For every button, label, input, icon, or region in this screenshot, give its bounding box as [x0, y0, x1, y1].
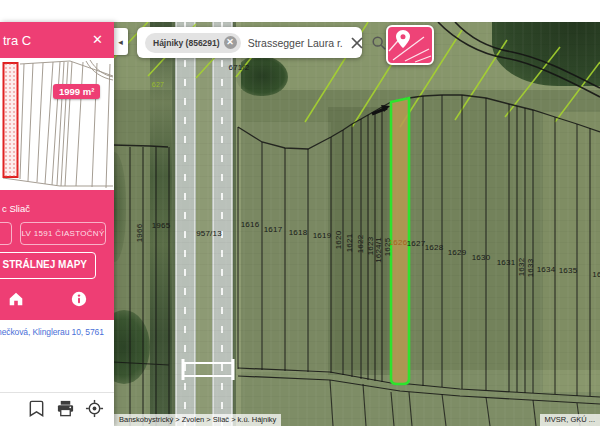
parcel-label-1632: 1632 [517, 258, 526, 277]
panel-title: tra C [3, 33, 31, 48]
parcel-label-1634: 1634 [537, 265, 556, 274]
parcel-label-1621: 1621 [345, 234, 354, 253]
search-bar[interactable]: Hájniky (856291) ✕ Strassegger Laura r. [137, 27, 362, 58]
parcel-label-627: 627 [152, 81, 164, 88]
parcel-label-1630: 1630 [472, 253, 491, 262]
parcel-label-1635: 1635 [559, 266, 578, 275]
map-attribution: MVSR, GKÚ ... [540, 414, 600, 426]
lv-partial-button[interactable]: LV 1591 ČIASTOČNÝ [20, 222, 106, 245]
parcel-label-671-2: 671/2 [228, 63, 249, 72]
parcel-label-1626: 1626 [389, 238, 408, 247]
owner-link[interactable]: nečková, Klinglerau 10, 5761 [0, 327, 114, 337]
close-icon[interactable]: ✕ [92, 32, 103, 47]
show-on-map-button[interactable] [386, 25, 434, 65]
parcel-label-1628: 1628 [425, 243, 444, 252]
parcel-label-16: 16 [592, 270, 600, 279]
cadastral-map-button[interactable]: STRÁLNEJ MAPY [0, 252, 96, 279]
clear-search-icon[interactable] [349, 35, 365, 51]
parcel-label-1965: 1965 [152, 221, 171, 230]
lv-button-truncated[interactable] [0, 222, 12, 245]
search-chip: Hájniky (856291) ✕ [145, 33, 241, 53]
print-icon[interactable] [56, 399, 75, 418]
parcel-label-1627: 1627 [407, 239, 426, 248]
parcel-label-1966: 1966 [135, 224, 144, 243]
chip-remove-icon[interactable]: ✕ [224, 36, 237, 49]
top-strip [0, 0, 600, 22]
bookmark-icon[interactable] [27, 399, 46, 418]
breadcrumb[interactable]: Banskobystrický > Zvolen > Sliač > k.ú. … [114, 414, 281, 426]
parcel-label-1620: 1620 [334, 231, 343, 250]
detail-panel: tra C ✕ [0, 22, 114, 426]
map-arrow-symbol [372, 105, 390, 114]
parcel-label-957-13: 957/13 [196, 229, 222, 238]
parcel-info-section: c Sliač LV 1591 ČIASTOČNÝ STRÁLNEJ MAPY [0, 190, 114, 320]
parcel-label-1616: 1616 [241, 220, 260, 229]
panel-divider [0, 392, 114, 393]
home-icon[interactable] [7, 290, 25, 308]
map-pin-icon [388, 27, 432, 63]
search-chip-label: Hájniky (856291) [153, 38, 220, 48]
info-icon[interactable] [70, 290, 88, 308]
app-window: 671/262719661965957/13161616171618161916… [0, 0, 600, 426]
parcel-preview-map: 1999 m² [0, 58, 113, 190]
parcel-label-1633: 1633 [526, 259, 535, 278]
search-query-input[interactable]: Strassegger Laura r. [248, 37, 343, 49]
municipality-label: c Sliač [2, 203, 30, 214]
search-icon[interactable] [371, 35, 387, 51]
parcel-label-1624-1: 1624/1 [374, 237, 383, 263]
panel-icon-row [0, 286, 114, 312]
parcel-label-1629: 1629 [448, 248, 467, 257]
locate-icon[interactable] [85, 399, 104, 418]
parcel-label-1631: 1631 [497, 258, 516, 267]
panel-footer [0, 398, 114, 422]
parcel-label-1617: 1617 [264, 225, 283, 234]
panel-header: tra C ✕ [0, 22, 114, 58]
parcel-label-1619: 1619 [313, 231, 332, 240]
parcel-label-1618: 1618 [289, 228, 308, 237]
bridge-symbol [183, 359, 233, 380]
panel-collapse-button[interactable]: ◂ [113, 28, 128, 55]
parcel-label-1622: 1622 [356, 235, 365, 254]
area-badge: 1999 m² [53, 84, 100, 99]
